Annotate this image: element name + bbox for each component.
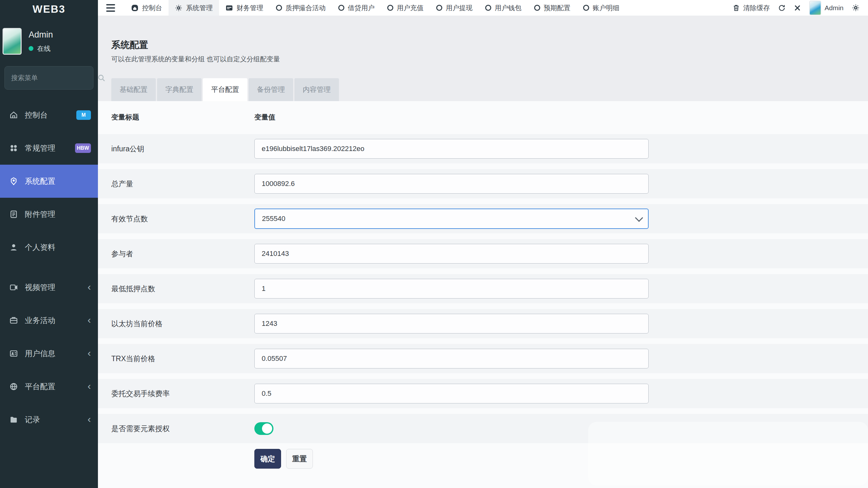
gear-icon [175,4,183,12]
topbar-tabs: 控制台 系统管理 财务管理 质押撮合活动 借贷用户 用户充值 用户提现 用户钱 [125,0,626,16]
tab-basic-config[interactable]: 基础配置 [111,78,156,101]
total-output-input[interactable] [254,174,649,193]
refresh-button[interactable] [778,4,786,12]
avatar [809,1,821,15]
chevron-left-icon: ‹ [87,348,91,358]
records-icon [9,416,19,424]
chevron-down-icon [635,214,643,221]
online-dot-icon [29,46,33,51]
page-title: 系统配置 [111,39,148,52]
gear-icon [852,4,860,12]
form-actions: 确定 重置 [98,449,868,468]
config-row-total-output: 总产量 [98,169,868,199]
sidebar-menu: 控制台 M 常规管理 HBW 系统配置 附件管理 个人资料 [0,98,98,436]
config-panel: 变量标题 变量值 infura公钥 总产量 有效节点数 255540 [98,101,868,488]
platform-icon [9,383,19,391]
tab-system-management[interactable]: 系统管理 [168,0,219,16]
column-variable-value: 变量值 [254,113,275,122]
confirm-button[interactable]: 确定 [254,449,281,468]
tab-user-withdrawals[interactable]: 用户提现 [430,0,479,16]
sidebar-item-business-activities[interactable]: 业务活动 ‹ [0,304,98,337]
circle-icon [534,5,540,11]
config-row-participants: 参与者 [98,239,868,268]
profile-icon [9,243,19,251]
tab-expectation-config[interactable]: 预期配置 [528,0,577,16]
topbar: 控制台 系统管理 财务管理 质押撮合活动 借贷用户 用户充值 用户提现 用户钱 [98,0,868,16]
reset-button[interactable]: 重置 [286,449,313,468]
tab-content-management[interactable]: 内容管理 [294,78,339,101]
refresh-icon [778,4,786,12]
circle-icon [583,5,589,11]
tab-finance-management[interactable]: 财务管理 [219,0,270,16]
hamburger-menu-icon[interactable] [106,4,115,12]
toggle-knob [262,424,272,434]
column-variable-title: 变量标题 [111,113,139,121]
config-row-element-authorization: 是否需要元素授权 [98,414,868,443]
sidebar-item-platform-config[interactable]: 平台配置 ‹ [0,370,98,403]
sidebar-item-user-info[interactable]: 用户信息 ‹ [0,337,98,370]
tab-dictionary-config[interactable]: 字典配置 [157,78,202,101]
config-row-min-pledge-points: 最低抵押点数 [98,274,868,303]
topbar-actions: 清除缓存 Admin [733,1,868,15]
circle-icon [436,5,442,11]
trash-icon [733,4,740,11]
fullscreen-x-icon [794,4,801,11]
tab-platform-config[interactable]: 平台配置 [203,78,247,101]
home-icon [131,4,138,12]
card-icon [225,4,233,12]
tab-user-deposits[interactable]: 用户充值 [381,0,430,16]
tab-lending-users[interactable]: 借贷用户 [332,0,381,16]
user-status-label: 在线 [37,44,51,53]
tab-backup-management[interactable]: 备份管理 [249,78,293,101]
trx-price-input[interactable] [254,349,649,368]
system-config-icon [9,177,19,185]
infura-key-input[interactable] [254,139,649,159]
search-icon [97,74,105,82]
config-row-valid-nodes: 有效节点数 255540 [98,204,868,233]
eth-price-input[interactable] [254,314,649,334]
config-rows: infura公钥 总产量 有效节点数 255540 参与者 [98,134,868,468]
settings-button[interactable] [852,4,860,12]
chevron-left-icon: ‹ [87,414,91,424]
min-pledge-points-input[interactable] [254,279,649,299]
config-row-trx-price: TRX当前价格 [98,344,868,373]
tab-user-wallets[interactable]: 用户钱包 [479,0,528,16]
user-menu[interactable]: Admin [809,1,843,15]
home-icon [9,111,19,119]
sidebar-item-profile[interactable]: 个人资料 [0,231,98,264]
valid-nodes-select[interactable]: 255540 [254,209,649,229]
clear-cache-button[interactable]: 清除缓存 [733,3,770,12]
video-icon [9,283,19,292]
search-input[interactable] [11,74,97,82]
modules-icon [9,144,19,152]
brand-logo: WEB3 [0,0,98,19]
general-management-badge: HBW [75,143,91,153]
sidebar-item-dashboard[interactable]: 控制台 M [0,98,98,132]
sidebar-item-system-config[interactable]: 系统配置 [0,165,98,198]
fullscreen-button[interactable] [794,4,801,11]
delegate-fee-rate-input[interactable] [254,384,649,403]
sidebar-item-video-management[interactable]: 视频管理 ‹ [0,271,98,304]
chevron-left-icon: ‹ [87,381,91,391]
circle-icon [387,5,393,11]
page-subtitle: 可以在此管理系统的变量和分组 也可以自定义分组配变量 [111,55,280,64]
tab-dashboard[interactable]: 控制台 [125,0,168,16]
dashboard-badge: M [76,110,91,120]
participants-input[interactable] [254,244,649,264]
sidebar-item-records[interactable]: 记录 ‹ [0,403,98,436]
column-headers: 变量标题 变量值 [111,113,868,122]
element-authorization-toggle[interactable] [254,422,273,435]
avatar[interactable] [3,28,22,55]
circle-icon [485,5,491,11]
chevron-left-icon: ‹ [87,315,91,325]
circle-icon [338,5,344,11]
sidebar-item-attachments[interactable]: 附件管理 [0,198,98,231]
menu-group-divider [0,264,98,271]
circle-icon [276,5,282,11]
config-row-delegate-fee-rate: 委托交易手续费率 [98,379,868,408]
sidebar: WEB3 Admin 在线 控制台 M 常规管理 [0,0,98,488]
sidebar-item-general-management[interactable]: 常规管理 HBW [0,132,98,165]
tab-staking-matching-activity[interactable]: 质押撮合活动 [270,0,332,16]
menu-search [4,66,93,90]
tab-account-details[interactable]: 账户明细 [577,0,626,16]
